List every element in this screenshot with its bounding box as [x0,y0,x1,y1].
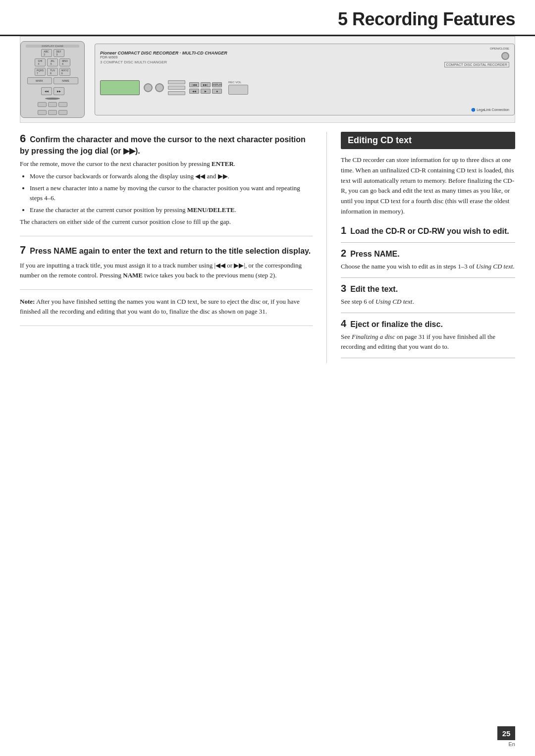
page-number: 25 [497,726,515,740]
left-bottom-divider [20,325,313,326]
note-label: Note: [20,298,35,305]
recorder-slot1 [168,80,185,84]
remote-btn-jkl: JKL5 [47,58,58,66]
right-step-3-num: 3 [341,283,346,294]
remote-btn-mno: MNO6 [59,58,70,66]
remote-top-bar: DISPLAY CHAR [26,45,79,48]
left-column: 6Confirm the character and move the curs… [20,132,327,363]
right-step-3: 3 Edit the text. See step 6 of Using CD … [341,283,515,307]
remote-btn-mark: MARK [27,77,52,84]
step-7-heading: 7Press NAME again to enter the text and … [20,243,313,258]
right-step-2-heading: 2 Press NAME. [341,248,515,259]
recorder-brand: Pioneer COMPACT DISC RECORDER · MULTI-CD… [100,51,227,55]
remote-btn-prev: ◀◀ [41,87,52,95]
recorder-ctrl-row1: |◀◀ ▶▶| DISPLAY [189,82,222,87]
remote-btn-tuv: TUV8 [47,68,58,76]
remote-btn-abc: ABC2 [41,49,52,57]
recorder-slots [168,80,185,95]
step-7-note-divider [20,289,313,290]
right-step-2-body-text: Choose the name you wish to edit as in s… [341,262,515,271]
section-intro: The CD recorder can store information fo… [341,155,515,217]
rec-vol-area: REC VOL [228,81,248,95]
recorder-cd-digital-label: COMPACT DISC DIGITAL RECORDER [444,62,509,67]
recorder-slot3 [168,91,185,95]
recorder-middle: |◀◀ ▶▶| DISPLAY ◀◀ ▶ ■ REC VOL [100,80,509,95]
step-6-intro: For the remote, move the cursor to the n… [20,159,313,169]
ctrl-btn1: |◀◀ [189,82,199,87]
recorder-logo-bottom: 🔵 LegaLink Connection [471,108,509,112]
ctrl-btn5: ▶ [201,89,211,94]
right-step-4-heading: 4 Eject or finalize the disc. [341,318,515,329]
step-6-bullet3: Erase the character at the current curso… [30,205,313,215]
step-7-text: If you are inputting a track title, you … [20,261,313,280]
remote-btn-def: DEF3 [54,49,64,57]
remote-bottom-btn6 [58,110,67,115]
recorder-model: PDR-W909 [100,55,227,59]
right-step-3-text: Edit the text. [350,285,398,294]
right-step-4-body: See Finalizing a disc on page 31 if you … [341,332,515,352]
ctrl-btn6: ■ [212,89,222,94]
remote-bottom-btn2 [48,102,57,107]
right-step-1-heading: 1 Load the CD-R or CD-RW you wish to edi… [341,225,515,236]
recorder-eject-btn [501,52,509,60]
step-6-closenote: The characters on either side of the cur… [20,217,313,227]
right-bottom-divider [341,358,515,358]
recorder-subtitle: 3 COMPACT DISC MULTI CHANGER [100,60,227,64]
remote-control-image: DISPLAY CHAR ABC2 DEF3 GHI4 JKL5 MNO6 PQ… [20,41,85,118]
editing-cd-text-header: Editing CD text [341,132,515,149]
page-header: 5 Recording Features [0,0,535,36]
step-6-heading-text: Confirm the character and move the curso… [20,135,306,155]
recorder-ctrl-row2: ◀◀ ▶ ■ [189,89,222,94]
right-step-4-text: Eject or finalize the disc. [350,320,443,329]
remote-btn-ghi: GHI4 [35,58,46,66]
right-step-4-body-text: See Finalizing a disc on page 31 if you … [341,332,515,352]
recorder-knob1 [144,83,153,92]
page-title-prefix: 5 [338,9,352,29]
right-step-3-heading: 3 Edit the text. [341,283,515,294]
remote-bottom-btn1 [38,102,47,107]
step-7-body: If you are inputting a track title, you … [20,261,313,280]
remote-dial [45,98,60,100]
note-body: After you have finished setting the name… [20,298,300,315]
device-image: DISPLAY CHAR ABC2 DEF3 GHI4 JKL5 MNO6 PQ… [20,36,515,123]
recorder-display [100,80,140,95]
ctrl-btn2: ▶▶| [201,82,211,87]
remote-bottom-btn3 [58,102,67,107]
page-number-area: 25 En [497,726,515,747]
rec-vol-label: REC VOL [228,81,248,84]
remote-btn-pqrs: PQRS7 [35,68,46,76]
rec-vol-slider [228,85,248,95]
remote-btn-next: ▶▶ [54,87,64,95]
remote-bottom-btn4 [38,110,47,115]
right-column: Editing CD text The CD recorder can stor… [327,132,515,363]
note-block: Note: After you have finished setting th… [20,297,313,317]
right-step-1-text: Load the CD-R or CD-RW you wish to edit. [350,227,509,236]
recorder-knob2 [155,83,164,92]
right-step-1-num: 1 [341,225,346,236]
right-divider-3-4 [341,313,515,313]
page-title: 5 Recording Features [338,9,515,30]
right-step-2-num: 2 [341,248,346,259]
step-6-bullets: Move the cursor backwards or forwards al… [30,171,313,216]
recorder-slot2 [168,86,185,90]
step-7-heading-text: Press NAME again to enter the text and r… [30,247,311,255]
right-step-4-num: 4 [341,318,346,329]
right-step-1: 1 Load the CD-R or CD-RW you wish to edi… [341,225,515,236]
step-6-number: 6 [20,132,26,145]
step-6-bullet1: Move the cursor backwards or forwards al… [30,171,313,181]
right-step-2: 2 Press NAME. Choose the name you wish t… [341,248,515,271]
step-7-block: 7Press NAME again to enter the text and … [20,243,313,280]
step-6-heading: 6Confirm the character and move the curs… [20,132,313,156]
recorder-open-close: OPEN/CLOSE [490,47,509,50]
ctrl-btn4: ◀◀ [189,89,199,94]
step-6-7-divider [20,236,313,236]
right-step-2-body: Choose the name you wish to edit as in s… [341,262,515,271]
step-6-block: 6Confirm the character and move the curs… [20,132,313,227]
recorder-unit-image: Pioneer COMPACT DISC RECORDER · MULTI-CD… [95,44,515,115]
right-divider-1-2 [341,242,515,243]
remote-bottom-btn5 [48,110,57,115]
main-content: 6Confirm the character and move the curs… [0,132,535,363]
right-step-4: 4 Eject or finalize the disc. See Finali… [341,318,515,352]
right-step-2-text: Press NAME. [350,250,400,259]
step-7-number: 7 [20,244,26,256]
